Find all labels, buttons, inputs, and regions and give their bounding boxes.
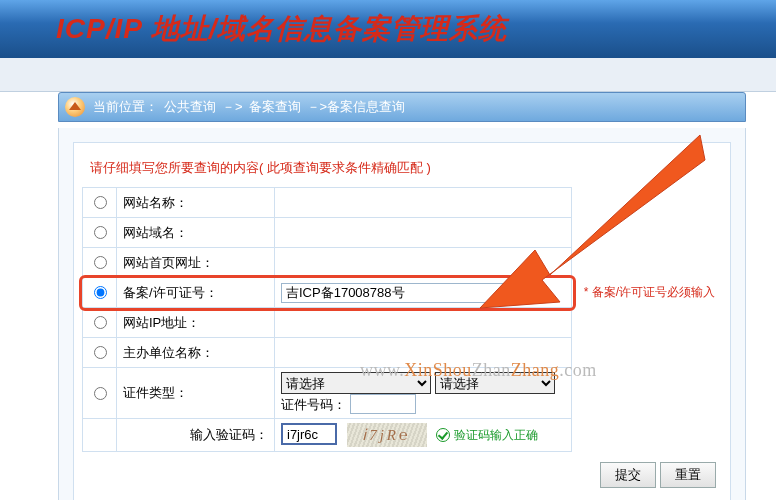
breadcrumb-sep: －> <box>222 98 243 116</box>
check-icon <box>436 428 450 442</box>
form-panel: 请仔细填写您所要查询的内容( 此项查询要求条件精确匹配 ) 网站名称： 网站域名… <box>73 142 731 500</box>
breadcrumb-l1[interactable]: 公共查询 <box>164 98 216 116</box>
breadcrumb-sep: －> <box>307 98 328 116</box>
radio-site-url[interactable] <box>94 256 107 269</box>
label-site-ip: 网站IP地址： <box>117 308 275 338</box>
spacer-bar <box>0 58 776 92</box>
label-record-no: 备案/许可证号： <box>117 278 275 308</box>
radio-site-ip[interactable] <box>94 316 107 329</box>
label-captcha: 输入验证码： <box>117 419 275 452</box>
instruction-text: 请仔细填写您所要查询的内容( 此项查询要求条件精确匹配 ) <box>82 153 722 187</box>
breadcrumb-l3: 备案信息查询 <box>327 98 405 116</box>
select-cert-type-2[interactable]: 请选择 <box>435 372 555 394</box>
app-header: ICP/IP 地址/域名信息备案管理系统 <box>0 0 776 58</box>
radio-org-name[interactable] <box>94 346 107 359</box>
captcha-image[interactable]: ⅰ7jR℮ <box>347 423 427 447</box>
query-form: 网站名称： 网站域名： 网站首页网址： 备案/许可证号： * 备案/许可 <box>82 187 722 452</box>
breadcrumb: 当前位置： 公共查询 －> 备案查询 －> 备案信息查询 <box>58 92 746 122</box>
radio-record-no[interactable] <box>94 286 107 299</box>
note-record-no: * 备案/许可证号必须输入 <box>572 278 722 308</box>
reset-button[interactable]: 重置 <box>660 462 716 488</box>
label-cert-no: 证件号码： <box>281 397 346 412</box>
radio-site-domain[interactable] <box>94 226 107 239</box>
breadcrumb-l2[interactable]: 备案查询 <box>249 98 301 116</box>
label-org-name: 主办单位名称： <box>117 338 275 368</box>
breadcrumb-label: 当前位置： <box>93 98 158 116</box>
input-captcha[interactable] <box>281 423 337 445</box>
label-site-url: 网站首页网址： <box>117 248 275 278</box>
label-site-domain: 网站域名： <box>117 218 275 248</box>
input-cert-no[interactable] <box>350 394 416 414</box>
label-site-name: 网站名称： <box>117 188 275 218</box>
captcha-valid: 验证码输入正确 <box>436 428 538 442</box>
content-panel: 请仔细填写您所要查询的内容( 此项查询要求条件精确匹配 ) 网站名称： 网站域名… <box>58 128 746 500</box>
select-cert-type-1[interactable]: 请选择 <box>281 372 431 394</box>
app-title: ICP/IP 地址/域名信息备案管理系统 <box>56 10 507 48</box>
submit-button[interactable]: 提交 <box>600 462 656 488</box>
button-row: 提交 重置 <box>82 452 722 488</box>
home-icon <box>65 97 85 117</box>
radio-site-name[interactable] <box>94 196 107 209</box>
radio-cert-type[interactable] <box>94 387 107 400</box>
input-record-no[interactable] <box>281 283 541 303</box>
label-cert-type: 证件类型： <box>117 368 275 419</box>
